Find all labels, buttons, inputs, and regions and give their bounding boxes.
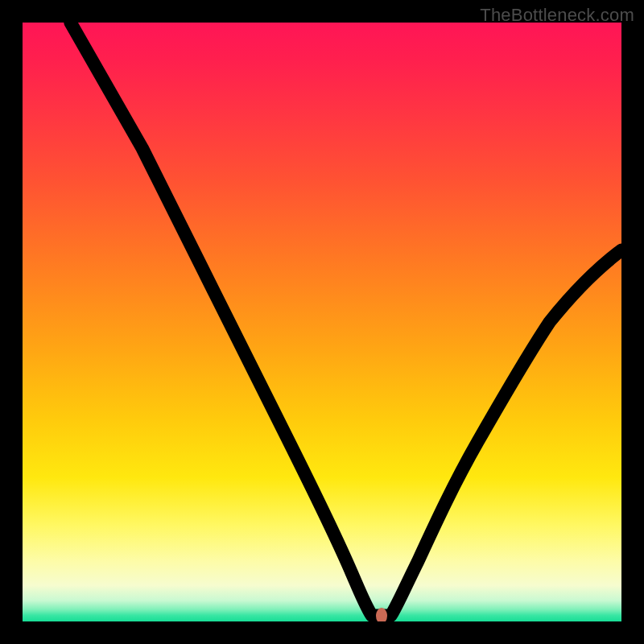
bottleneck-curve: [23, 23, 621, 621]
curve-path: [71, 23, 621, 616]
watermark-text: TheBottleneck.com: [480, 5, 634, 26]
chart-frame: TheBottleneck.com: [0, 0, 644, 644]
optimal-point-marker: [376, 608, 387, 621]
plot-area: [23, 23, 621, 621]
